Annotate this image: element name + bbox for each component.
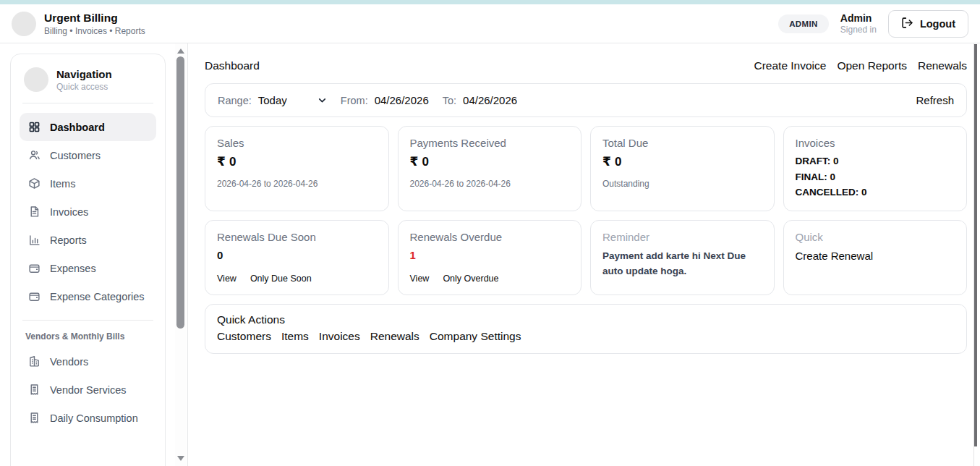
user-info: Admin Signed in — [840, 12, 877, 35]
navigation-header: Navigation Quick access — [20, 64, 156, 93]
sidebar-item-invoices[interactable]: Invoices — [20, 198, 156, 226]
card-title: Invoices — [796, 137, 955, 149]
payments-value: ₹ 0 — [410, 154, 570, 169]
invoices-draft-count: DRAFT: 0 — [796, 153, 955, 169]
page-title: Dashboard — [205, 59, 260, 72]
card-caption: Outstanding — [602, 179, 762, 189]
sidebar-item-expenses[interactable]: Expenses — [20, 254, 156, 282]
user-name: Admin — [840, 12, 877, 24]
logout-button[interactable]: Logout — [888, 10, 968, 38]
quick-action-company-settings[interactable]: Company Settings — [430, 330, 521, 343]
sidebar-item-vendor-services[interactable]: Vendor Services — [20, 376, 156, 404]
reminder-text: Payment add karte hi Next Due auto updat… — [602, 249, 762, 279]
renewals-overdue-count: 1 — [410, 249, 570, 261]
receipt-icon — [28, 384, 41, 396]
invoices-cancelled-count: CANCELLED: 0 — [796, 185, 955, 200]
package-icon — [28, 177, 41, 190]
open-reports-link[interactable]: Open Reports — [837, 59, 907, 72]
total-due-card: Total Due ₹ 0 Outstanding — [590, 126, 775, 211]
sales-card: Sales ₹ 0 2026-04-26 to 2026-04-26 — [205, 126, 389, 211]
brand-logo — [12, 12, 36, 36]
only-due-soon-link[interactable]: Only Due Soon — [250, 274, 312, 284]
sidebar-item-label: Daily Consumption — [50, 412, 138, 424]
reminder-card: Reminder Payment add karte hi Next Due a… — [590, 220, 775, 295]
sidebar-item-label: Dashboard — [50, 122, 105, 133]
invoices-final-count: FINAL: 0 — [796, 169, 955, 185]
renewals-link[interactable]: Renewals — [918, 59, 967, 72]
app-title: Urgent Billing — [44, 12, 145, 25]
bar-chart-icon — [28, 234, 41, 246]
payments-received-card: Payments Received ₹ 0 2026-04-26 to 2026… — [398, 126, 582, 211]
quick-action-customers[interactable]: Customers — [217, 330, 271, 343]
role-badge: ADMIN — [778, 14, 829, 33]
sidebar-item-label: Customers — [50, 150, 101, 161]
sidebar-section-label: Vendors & Monthly Bills — [20, 330, 156, 347]
chevron-down-icon — [318, 96, 327, 105]
quick-action-items[interactable]: Items — [281, 330, 309, 343]
person-icon — [28, 149, 41, 161]
sidebar-item-expense-categories[interactable]: Expense Categories — [20, 282, 156, 310]
renewals-due-soon-count: 0 — [217, 249, 377, 261]
navigation-title: Navigation — [56, 68, 112, 80]
view-overdue-link[interactable]: View — [410, 274, 430, 284]
from-date-input[interactable]: 04/26/2026 — [375, 94, 429, 106]
invoices-card: Invoices DRAFT: 0 FINAL: 0 CANCELLED: 0 — [783, 126, 968, 211]
divider — [22, 320, 153, 321]
quick-action-renewals[interactable]: Renewals — [370, 330, 419, 343]
card-title: Renewals Overdue — [410, 231, 570, 243]
sidebar-item-items[interactable]: Items — [20, 169, 156, 198]
create-invoice-link[interactable]: Create Invoice — [754, 59, 826, 72]
create-renewal-link[interactable]: Create Renewal — [796, 250, 955, 262]
logout-icon — [901, 17, 913, 31]
sidebar-item-reports[interactable]: Reports — [20, 226, 156, 254]
brand: Urgent Billing Billing • Invoices • Repo… — [12, 12, 145, 36]
building-icon — [28, 355, 41, 368]
page-scrollbar-thumb[interactable] — [974, 44, 977, 446]
to-date-input[interactable]: 04/26/2026 — [463, 94, 517, 106]
card-title: Total Due — [602, 137, 762, 149]
page-scrollbar[interactable] — [973, 43, 980, 466]
card-title: Quick — [796, 231, 955, 243]
scroll-down-arrow-icon[interactable] — [177, 456, 184, 461]
sidebar-item-label: Invoices — [50, 206, 88, 218]
sidebar-item-dashboard[interactable]: Dashboard — [20, 113, 156, 141]
main-content: Dashboard Create Invoice Open Reports Re… — [188, 43, 980, 466]
card-caption: 2026-04-26 to 2026-04-26 — [410, 179, 570, 189]
range-select[interactable]: Today — [258, 94, 327, 106]
navigation-avatar — [24, 67, 48, 92]
sidebar-item-vendors[interactable]: Vendors — [20, 347, 156, 376]
quick-actions-title: Quick Actions — [217, 313, 955, 326]
quick-card: Quick Create Renewal — [783, 220, 968, 295]
quick-action-invoices[interactable]: Invoices — [319, 330, 360, 343]
scroll-up-arrow-icon[interactable] — [177, 48, 184, 54]
only-overdue-link[interactable]: Only Overdue — [443, 274, 498, 284]
navigation-card: Navigation Quick access Dashboard Custom… — [10, 54, 166, 466]
renewal-cards-row: Renewals Due Soon 0 View Only Due Soon R… — [205, 220, 967, 295]
sidebar-item-label: Vendor Services — [50, 384, 127, 396]
range-label: Range: — [218, 95, 252, 106]
range-selected-value: Today — [258, 94, 287, 106]
refresh-button[interactable]: Refresh — [916, 94, 954, 106]
app-header: Urgent Billing Billing • Invoices • Repo… — [0, 4, 980, 43]
card-caption: 2026-04-26 to 2026-04-26 — [217, 179, 377, 189]
to-label: To: — [443, 95, 456, 106]
card-title: Renewals Due Soon — [217, 231, 377, 243]
app-subtitle: Billing • Invoices • Reports — [44, 26, 145, 36]
dashboard-grid-icon — [28, 121, 41, 133]
from-label: From: — [341, 95, 368, 106]
stat-cards-row: Sales ₹ 0 2026-04-26 to 2026-04-26 Payme… — [205, 126, 967, 211]
sidebar-item-customers[interactable]: Customers — [20, 141, 156, 169]
sidebar-item-label: Expenses — [50, 263, 96, 274]
quick-actions-card: Quick Actions Customers Items Invoices R… — [205, 304, 967, 354]
navigation-subtitle: Quick access — [56, 82, 112, 92]
view-due-soon-link[interactable]: View — [217, 274, 237, 284]
sidebar-item-label: Expense Categories — [50, 291, 145, 302]
sidebar-item-daily-consumption[interactable]: Daily Consumption — [20, 404, 156, 432]
sidebar: Navigation Quick access Dashboard Custom… — [0, 43, 188, 466]
card-title: Payments Received — [410, 137, 570, 149]
document-icon — [28, 206, 41, 218]
sidebar-scrollbar[interactable] — [175, 43, 187, 466]
renewals-overdue-card: Renewals Overdue 1 View Only Overdue — [398, 220, 582, 295]
card-title: Reminder — [602, 231, 762, 243]
sidebar-scrollbar-thumb[interactable] — [176, 56, 184, 329]
